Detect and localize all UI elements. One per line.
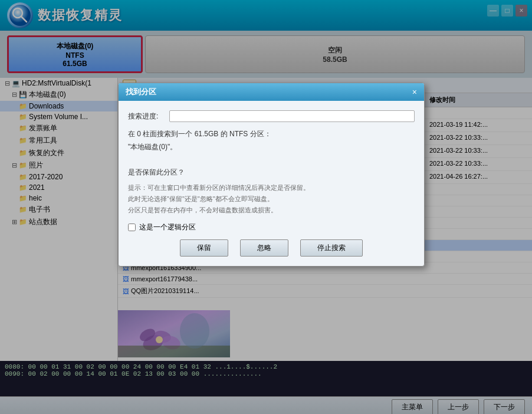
modal-title-bar: 找到分区 × xyxy=(119,83,424,101)
keep-btn[interactable]: 保留 xyxy=(180,239,228,257)
logical-partition-row: 这是一个逻辑分区 xyxy=(128,222,415,232)
logical-partition-label: 这是一个逻辑分区 xyxy=(139,222,196,232)
modal-hint: 提示：可在主窗口中查看新分区的详细情况后再决定是否保留。 此时无论选择"保留"还… xyxy=(128,182,415,215)
ignore-btn[interactable]: 忽略 xyxy=(240,239,288,257)
progress-bar xyxy=(169,110,415,122)
modal-buttons: 保留 忽略 停止搜索 xyxy=(128,239,415,257)
progress-label: 搜索进度: xyxy=(128,111,169,121)
progress-row: 搜索进度: xyxy=(128,110,415,122)
modal-description: 在 0 柱面搜索到一个 61.5GB 的 NTFS 分区： "本地磁盘(0)"。… xyxy=(128,128,415,179)
modal-overlay: 找到分区 × 搜索进度: 在 0 柱面搜索到一个 61.5GB 的 NTFS 分… xyxy=(0,0,532,414)
stop-search-btn[interactable]: 停止搜索 xyxy=(300,239,363,257)
modal-title: 找到分区 xyxy=(126,87,156,97)
find-partition-modal: 找到分区 × 搜索进度: 在 0 柱面搜索到一个 61.5GB 的 NTFS 分… xyxy=(118,83,425,267)
modal-body: 搜索进度: 在 0 柱面搜索到一个 61.5GB 的 NTFS 分区： "本地磁… xyxy=(119,101,424,266)
logical-partition-checkbox[interactable] xyxy=(128,224,136,231)
modal-close-btn[interactable]: × xyxy=(412,87,417,97)
